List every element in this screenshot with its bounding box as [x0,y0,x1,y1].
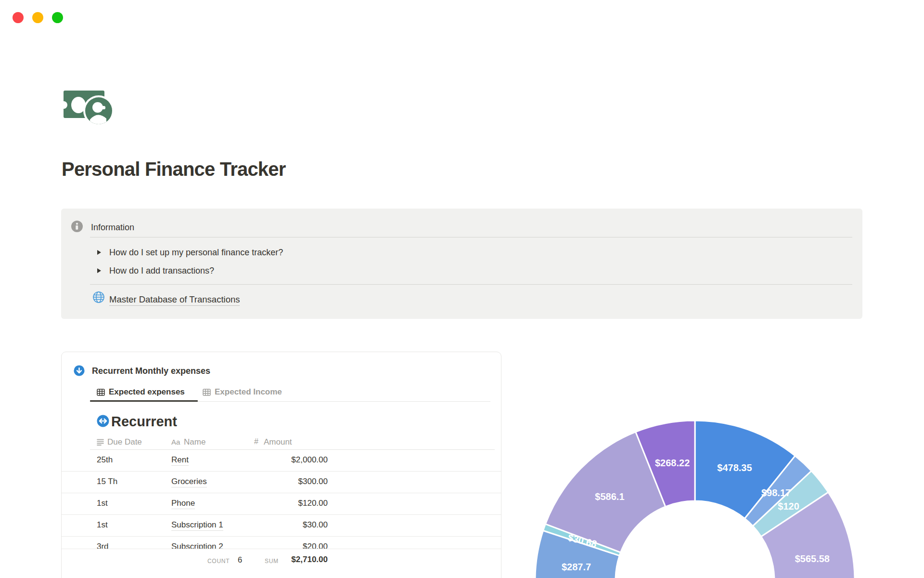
donut-segment-label: $120 [778,501,799,512]
globe-icon [92,291,105,303]
cell-name[interactable]: Groceries [171,477,207,487]
table-row[interactable]: 1stPhone$120.00 [62,493,501,515]
table-row[interactable]: 25thRent$2,000.00 [62,450,501,472]
donut-segment-label: $478.35 [717,462,752,473]
donut-segment-label: $586.1 [595,491,624,502]
banknote-icon [63,91,114,125]
table-row[interactable]: 15 ThGroceries$300.00 [62,472,501,493]
active-tab-indicator [90,400,198,402]
close-button[interactable] [13,12,24,23]
page-icon-money-banknote-icon[interactable] [63,89,115,127]
tab-expected-expenses[interactable]: Expected expenses [97,386,185,398]
sum-label: SUM [265,558,279,565]
recurrent-expenses-card: Recurrent Monthly expenses Expected expe… [61,352,501,578]
column-header-name[interactable]: Name [184,437,205,447]
toggle-add-transactions-question[interactable]: How do I add transactions? [97,263,214,278]
table-header: Due Date Aa Name # Amount [62,436,501,449]
donut-segment-label: $268.22 [655,458,690,468]
text-lines-icon [97,438,104,446]
divider [90,237,852,237]
title-Aa-icon: Aa [171,438,180,446]
cell-due-date: 1st [97,499,108,508]
number-hash-icon: # [254,437,258,446]
card-title: Recurrent Monthly expenses [92,366,210,376]
zoom-button[interactable] [52,12,63,23]
cell-due-date: 15 Th [97,477,117,486]
column-header-due-date[interactable]: Due Date [107,437,142,447]
tab-expected-income[interactable]: Expected Income [203,386,282,398]
table-footer: COUNT 6 SUM $2,710.00 [62,549,501,578]
tab-label: Expected Income [215,387,282,397]
cell-amount: $120.00 [298,499,328,508]
master-database-link[interactable]: Master Database of Transactions [109,294,240,306]
expenses-donut-chart: $478.35$98.17$120$565.58$287.7$30.68$586… [522,412,878,578]
toggle-triangle-icon [97,268,102,274]
cell-amount: $30.00 [303,520,328,530]
section-title[interactable]: Recurrent [111,413,177,430]
cell-due-date: 25th [97,455,113,465]
donut-segment-label: $565.58 [795,553,830,564]
toggle-label: How do I set up my personal finance trac… [109,248,283,258]
donut-segment-label: $287.7 [562,562,591,572]
divider [90,284,852,285]
left-right-arrow-circle-icon[interactable] [97,415,109,427]
cell-amount: $2,000.00 [291,455,328,465]
information-callout: Information How do I set up my personal … [61,209,862,319]
table-icon [97,388,105,396]
count-label: COUNT [207,558,230,565]
cell-name[interactable]: Rent [171,455,189,466]
info-icon [71,220,83,233]
cell-name[interactable]: Subscription 1 [171,520,223,531]
tab-label: Expected expenses [109,387,185,397]
toggle-setup-question[interactable]: How do I set up my personal finance trac… [97,245,283,260]
toggle-triangle-icon [97,250,102,255]
sum-value[interactable]: $2,710.00 [291,555,328,565]
arrow-down-circle-icon [74,365,85,376]
page-title[interactable]: Personal Finance Tracker [62,158,286,180]
callout-title: Information [91,221,134,234]
minimize-button[interactable] [32,12,43,23]
table-body: 25thRent$2,000.0015 ThGroceries$300.001s… [62,450,501,558]
column-header-amount[interactable]: Amount [264,437,292,447]
toggle-label: How do I add transactions? [109,266,214,276]
table-row[interactable]: 1stSubscription 1$30.00 [62,515,501,537]
table-icon [203,388,211,396]
cell-name[interactable]: Phone [171,499,195,509]
donut-segment-label: $98.17 [761,487,791,498]
count-value[interactable]: 6 [238,555,242,565]
cell-amount: $300.00 [298,477,328,486]
cell-due-date: 1st [97,520,108,530]
